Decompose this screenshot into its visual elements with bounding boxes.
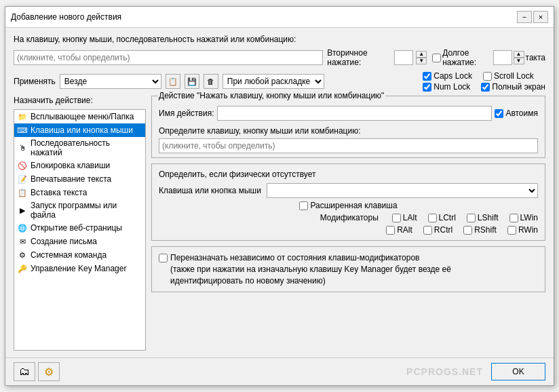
extended-label: Расширенная клавиша: [310, 201, 397, 210]
physical-select[interactable]: [267, 183, 538, 198]
physical-section: Определить, если физически отсутствует К…: [151, 163, 545, 241]
content: На клавишу, кнопку мыши, последовательно…: [5, 28, 554, 357]
mod-row-2: RAlt RCtrl RShift: [159, 225, 538, 235]
list-item-sys-cmd[interactable]: ⚙ Системная команда: [14, 248, 145, 262]
full-screen-label: Полный экран: [492, 82, 545, 92]
mod-row-1: Модификаторы LAlt LCtrl LS: [159, 213, 538, 222]
close-button[interactable]: ×: [533, 11, 548, 23]
footer-btn-1[interactable]: 🗂: [14, 362, 35, 381]
autoname-checkbox[interactable]: [495, 109, 503, 118]
bottom-cb-row: Переназначать независимо от состояния кл…: [159, 252, 538, 286]
lshift-cb: LShift: [467, 213, 499, 222]
long-press-checkbox[interactable]: [432, 54, 441, 62]
sys-cmd-label: Системная команда: [31, 250, 107, 260]
define-input[interactable]: [159, 138, 538, 153]
key-manager-label: Управление Key Manager: [31, 264, 126, 273]
bottom-cb-section: Переназначать независимо от состояния кл…: [151, 246, 545, 292]
name-input[interactable]: [217, 106, 493, 121]
modifiers-label: Модификаторы: [320, 213, 379, 222]
reassign-checkbox[interactable]: [159, 254, 168, 262]
lalt-checkbox[interactable]: [392, 214, 401, 222]
footer-icon-2: ⚙: [44, 366, 54, 378]
caps-lock-label: Caps Lock: [433, 71, 472, 81]
watermark: PCPROGS.NET: [406, 366, 483, 377]
spin-down[interactable]: ▼: [416, 58, 427, 64]
list-item-key-manager[interactable]: 🔑 Управление Key Manager: [14, 262, 145, 275]
rctrl-checkbox[interactable]: [423, 226, 432, 235]
key-input[interactable]: [14, 50, 323, 65]
spin-up[interactable]: ▲: [416, 51, 427, 58]
lalt-cb: LAlt: [392, 213, 417, 222]
ralt-checkbox[interactable]: [386, 226, 395, 235]
lshift-checkbox[interactable]: [467, 214, 476, 222]
physical-key-row: Клавиша или кнопка мыши: [159, 183, 538, 198]
extended-checkbox[interactable]: [299, 201, 308, 210]
list-item-key-mouse[interactable]: ⌨ Клавиша или кнопка мыши: [14, 123, 145, 137]
autoname-label: Автоимя: [505, 109, 538, 118]
layout-select[interactable]: При любой раскладке: [223, 74, 324, 89]
lwin-cb: LWin: [509, 213, 538, 222]
physical-title: Определить, если физически отсутствует: [159, 170, 315, 179]
cb-row-1: Caps Lock Scroll Lock: [423, 71, 545, 81]
apply-label: Применять: [14, 77, 56, 86]
scroll-lock-label: Scroll Lock: [494, 71, 534, 81]
full-screen-checkbox[interactable]: [481, 83, 490, 92]
input-text-label: Впечатывание текста: [31, 174, 111, 184]
icon-btn-1[interactable]: 📋: [166, 74, 180, 89]
define-label-row: Определите клавишу, кнопку мыши или комб…: [159, 126, 538, 136]
footer-btn-2[interactable]: ⚙: [38, 362, 60, 381]
title-buttons: − ×: [517, 11, 548, 23]
main-body: Назначить действие: 📁 Всплывающее меню/П…: [14, 96, 545, 351]
icon-btn-3[interactable]: 🗑: [204, 74, 218, 89]
num-lock-checkbox[interactable]: [423, 83, 431, 92]
ralt-label: RAlt: [397, 225, 412, 235]
action-group-box: Действие "Нажать клавишу, кнопку мыши ил…: [151, 96, 545, 158]
list-item-popup-menu[interactable]: 📁 Всплывающее меню/Папка: [14, 110, 145, 123]
spin-down2[interactable]: ▼: [514, 58, 524, 64]
input-text-icon: 📝: [17, 174, 28, 184]
reassign-line1: Переназначать независимо от состояния кл…: [170, 252, 451, 264]
ralt-cb: RAlt: [386, 225, 412, 235]
popup-menu-icon: 📁: [17, 111, 28, 122]
caps-lock-checkbox[interactable]: [423, 72, 431, 81]
long-press-input[interactable]: 2: [493, 50, 512, 65]
lalt-label: LAlt: [403, 213, 417, 222]
lwin-checkbox[interactable]: [509, 214, 518, 222]
list-item-open-web[interactable]: 🌐 Открытие веб-страницы: [14, 221, 145, 235]
key-manager-icon: 🔑: [17, 263, 28, 274]
spin-up2[interactable]: ▲: [514, 51, 524, 58]
num-lock-cb: Num Lock: [423, 82, 470, 92]
reassign-line3: идентифицировать по новому значению): [170, 275, 451, 287]
list-item-block-key[interactable]: 🚫 Блокировка клавиши: [14, 159, 145, 172]
rwin-checkbox[interactable]: [507, 226, 516, 235]
key-mouse-label: Клавиша или кнопка мыши: [31, 125, 133, 135]
minimize-button[interactable]: −: [517, 11, 532, 23]
list-item-input-text[interactable]: 📝 Впечатывание текста: [14, 172, 145, 186]
key-row: На клавишу, кнопку мыши, последовательно…: [14, 35, 545, 44]
popup-menu-label: Всплывающее меню/Папка: [31, 112, 134, 121]
long-press-label: Долгое нажатие:: [442, 48, 491, 67]
key-mouse-icon: ⌨: [17, 125, 28, 136]
run-prog-icon: ▶: [17, 205, 28, 216]
rwin-label: RWin: [518, 225, 538, 235]
secondary-input[interactable]: -: [394, 50, 413, 65]
list-item-key-seq[interactable]: 🖱 Последовательность нажатий: [14, 137, 145, 159]
rshift-checkbox[interactable]: [463, 226, 472, 235]
scroll-lock-checkbox[interactable]: [483, 72, 492, 81]
ok-button[interactable]: OK: [491, 363, 545, 380]
rctrl-label: RCtrl: [434, 225, 452, 235]
create-mail-icon: ✉: [17, 236, 28, 247]
icon-btn-2[interactable]: 💾: [185, 74, 199, 89]
define-row: [159, 138, 538, 153]
list-item-paste-text[interactable]: 📋 Вставка текста: [14, 186, 145, 199]
block-key-icon: 🚫: [17, 160, 28, 171]
footer-left: 🗂 ⚙: [14, 362, 60, 381]
open-web-label: Открытие веб-страницы: [31, 223, 122, 233]
caps-lock-cb: Caps Lock: [423, 71, 472, 81]
list-item-create-mail[interactable]: ✉ Создание письма: [14, 235, 145, 248]
apply-select[interactable]: Везде: [60, 74, 161, 89]
lctrl-checkbox[interactable]: [428, 214, 437, 222]
footer-icon-1: 🗂: [19, 366, 30, 378]
list-item-run-prog[interactable]: ▶ Запуск программы или файла: [14, 199, 145, 221]
reassign-text: Переназначать независимо от состояния кл…: [170, 252, 451, 286]
